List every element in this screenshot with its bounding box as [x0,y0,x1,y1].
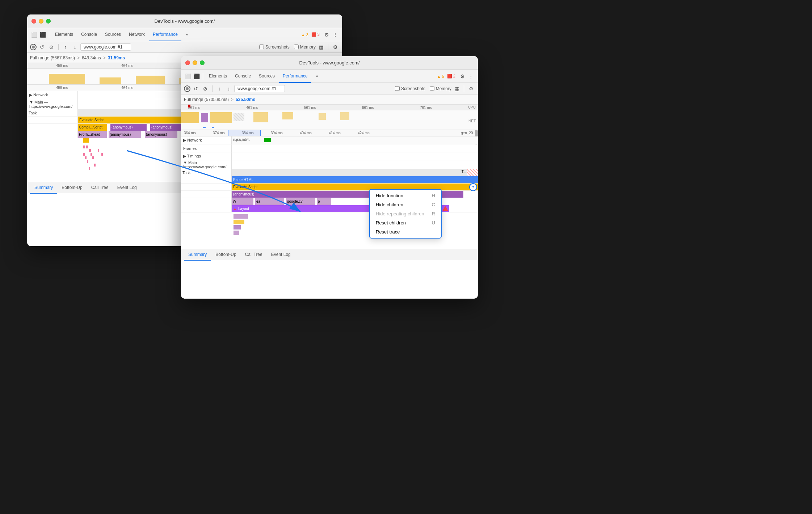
back-tab-bottom-up[interactable]: Bottom-Up [57,182,87,194]
front-network-items: n.jsa,mb4. [233,138,250,142]
back-maximize-button[interactable] [46,19,51,24]
back-network-header[interactable]: ▶ Network [27,91,78,99]
front-frames-content [232,144,478,152]
back-screenshots-checkbox[interactable]: Screenshots [259,45,290,50]
back-tab-console[interactable]: Console [77,28,101,41]
context-hide-repeating: Hide repeating children R [370,209,441,218]
back-inspect-icon[interactable]: ⬛ [39,31,47,39]
front-tab-elements[interactable]: Elements [205,70,231,83]
front-title-bar: DevTools - www.google.com/ [181,56,478,70]
front-w-spacer [181,198,232,205]
front-main-time-374: 374 ms [213,131,225,135]
front-timings-header[interactable]: ▶ Timings [181,152,232,160]
front-network-green-bar [264,138,271,142]
front-extra1 [233,214,248,219]
back-tab-summary[interactable]: Summary [30,182,57,194]
back-range1: 649.34ms [82,55,101,60]
front-tab-performance[interactable]: Performance [279,70,311,83]
back-cursor-icon[interactable]: ⬜ [30,31,38,39]
front-time-ruler-top: 361 ms 461 ms 561 ms 661 ms 761 ms CPU [181,105,478,110]
front-evaluate-dropdown[interactable] [469,184,477,190]
back-clear-icon[interactable]: ⊘ [47,43,55,51]
context-hide-children[interactable]: Hide children C [370,200,441,209]
back-tab-performance[interactable]: Performance [149,28,181,41]
front-network-header[interactable]: ▶ Network [181,136,232,144]
front-tab-bottom-up[interactable]: Bottom-Up [211,249,240,261]
front-maximize-button[interactable] [200,60,205,65]
front-network-content: n.jsa,mb4. [232,136,478,144]
back-upload-icon[interactable]: ↑ [62,43,70,51]
front-parse-spacer [181,176,232,183]
back-record-sep2 [328,44,328,50]
front-tab-event-log[interactable]: Event Log [267,249,295,261]
back-url-field[interactable]: www.google.com #1 [80,43,131,51]
back-close-button[interactable] [31,19,36,24]
front-extra3 [233,225,241,229]
front-settings-icon[interactable]: ⚙ [458,72,466,80]
back-tab-call-tree[interactable]: Call Tree [87,182,113,194]
context-reset-children[interactable]: Reset children U [370,218,441,227]
front-main-time-364: 364 ms [184,131,196,135]
front-net-label: NET [468,119,476,123]
context-reset-trace[interactable]: Reset trace [370,227,441,236]
front-anon-spacer [181,191,232,198]
front-memory-checkbox[interactable]: Memory [430,86,451,91]
back-record-button[interactable] [30,44,37,50]
front-inspect-icon[interactable]: ⬛ [193,72,201,80]
front-parse-html-row: Parse HTML [181,176,478,184]
back-settings-icon[interactable]: ⚙ [323,31,331,39]
back-minimize-button[interactable] [39,19,43,24]
back-error-badge: 🟥 3 [311,32,320,37]
front-googlecv-bar: google.cv [286,198,315,205]
back-tab-sources[interactable]: Sources [101,28,125,41]
front-gen-label: gen_20.. [461,131,475,135]
back-task-label: Task [27,109,78,116]
back-memory-icon[interactable]: ▦ [317,43,325,51]
back-tab-more[interactable]: » [182,28,192,41]
front-url-field[interactable]: www.google.com #1 [234,85,285,92]
back-range2: 31.59ms [108,55,125,60]
front-minimize-button[interactable] [193,60,197,65]
front-tab-more[interactable]: » [312,70,322,83]
back-settings2-icon[interactable]: ⚙ [331,43,339,51]
front-task-bar [232,169,467,176]
front-p-bar: p [317,198,331,205]
front-clear-icon[interactable]: ⊘ [201,85,209,93]
context-hide-function[interactable]: Hide function H [370,191,441,200]
front-more-icon[interactable]: ⋮ [467,72,475,80]
back-download-icon[interactable]: ↓ [71,43,79,51]
front-task-t-label: T... [462,170,466,174]
front-close-button[interactable] [185,60,190,65]
back-tab-event-log[interactable]: Event Log [113,182,141,194]
back-reload-icon[interactable]: ↺ [38,43,46,51]
front-ea-bar: ea [255,198,284,205]
front-tab-call-tree[interactable]: Call Tree [241,249,267,261]
back-memory-checkbox[interactable]: Memory [294,45,316,50]
front-time-661: 661 ms [362,106,374,110]
front-task-row: Task T... [181,169,478,176]
front-settings2-icon[interactable]: ⚙ [467,85,475,93]
front-scrollbar-track[interactable] [475,130,478,136]
back-time-464: 464 ms [121,64,133,68]
back-title-bar: DevTools - www.google.com/ [27,14,342,28]
back-tab-network[interactable]: Network [125,28,148,41]
back-more-icon[interactable]: ⋮ [331,31,339,39]
front-screenshots-checkbox[interactable]: Screenshots [395,86,425,91]
front-frames-header[interactable]: Frames [181,144,232,152]
front-record-sep [212,85,213,92]
front-reload-icon[interactable]: ↺ [192,85,200,93]
front-tab-summary[interactable]: Summary [184,249,211,261]
back-record-sep [58,44,59,50]
front-upload-icon[interactable]: ↑ [215,85,223,93]
front-download-icon[interactable]: ↓ [225,85,233,93]
front-error-badge: 🟥 2 [447,74,455,79]
front-record-bar: ↺ ⊘ ↑ ↓ www.google.com #1 Screenshots Me… [181,83,478,94]
front-memory-icon[interactable]: ▦ [453,85,461,93]
front-evaluate-spacer [181,184,232,190]
front-tab-console[interactable]: Console [231,70,254,83]
front-tab-sources[interactable]: Sources [255,70,278,83]
front-dropdown-button[interactable] [469,183,477,191]
front-cursor-icon[interactable]: ⬜ [184,72,192,80]
front-record-button[interactable] [184,85,190,92]
back-tab-elements[interactable]: Elements [51,28,77,41]
